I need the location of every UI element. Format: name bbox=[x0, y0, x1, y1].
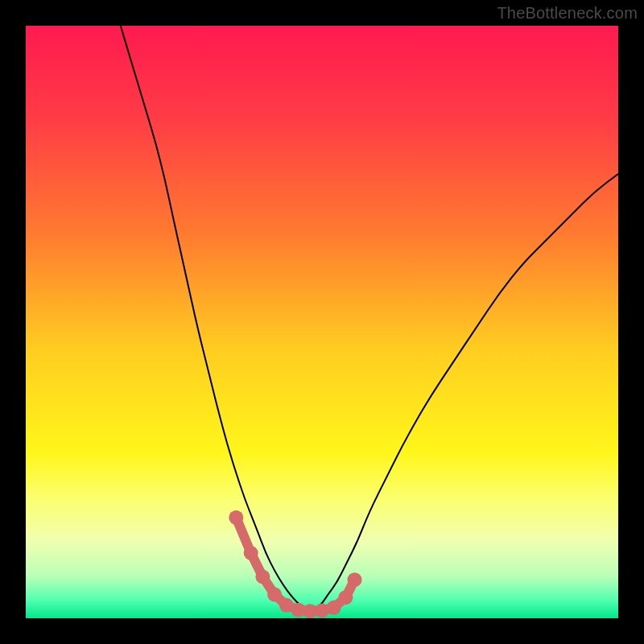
marker-dot bbox=[267, 588, 282, 602]
watermark-text: TheBottleneck.com bbox=[497, 4, 638, 23]
marker-connector bbox=[236, 518, 354, 611]
marker-dot bbox=[338, 590, 353, 605]
marker-dot bbox=[229, 510, 243, 525]
marker-dot bbox=[327, 601, 341, 615]
highlight-markers bbox=[229, 510, 361, 618]
marker-dot bbox=[255, 570, 270, 584]
marker-dot bbox=[348, 572, 362, 587]
marker-dot bbox=[244, 546, 258, 560]
curve-left bbox=[121, 26, 310, 613]
chart-overlay bbox=[26, 26, 618, 618]
curve-right bbox=[310, 174, 618, 613]
